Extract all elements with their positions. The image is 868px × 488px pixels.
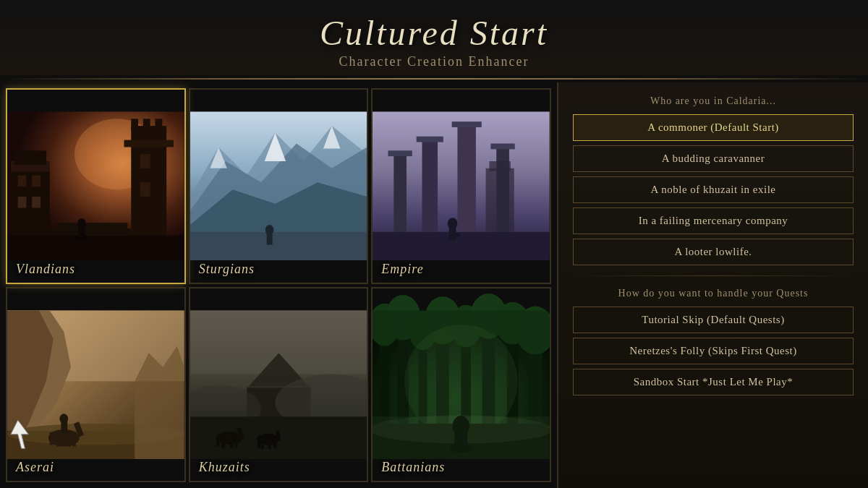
content-area: Vlandians <box>0 82 868 488</box>
who-label: Who are you in Caldaria... <box>573 95 854 107</box>
header-divider <box>0 78 868 80</box>
origin-mercenary-button[interactable]: In a failing mercenary company <box>573 207 854 234</box>
origin-caravanner-button[interactable]: A budding caravanner <box>573 145 854 172</box>
faction-card-vlandians[interactable]: Vlandians <box>6 88 186 284</box>
faction-label-empire: Empire <box>381 262 423 277</box>
faction-card-sturgians[interactable]: Sturgians <box>189 88 369 284</box>
origin-commoner-button[interactable]: A commoner (Default Start) <box>573 114 854 141</box>
svg-rect-49 <box>373 111 550 260</box>
section-divider <box>573 275 854 276</box>
faction-card-khuzaits[interactable]: Khuzaits <box>189 287 369 483</box>
quest-tutorial-skip-button[interactable]: Tutorial Skip (Default Quests) <box>573 307 854 333</box>
quest-neretzes-button[interactable]: Neretzes's Folly (Skips First Quest) <box>573 338 854 364</box>
svg-rect-22 <box>7 111 184 260</box>
faction-card-aserai[interactable]: Aserai <box>6 287 186 483</box>
faction-card-battanians[interactable]: Battanians <box>371 287 551 483</box>
faction-label-khuzaits: Khuzaits <box>199 460 250 475</box>
quest-label: How do you want to handle your Quests <box>573 288 854 299</box>
faction-card-empire[interactable]: Empire <box>371 88 551 284</box>
faction-label-battanians: Battanians <box>381 460 445 475</box>
page-subtitle: Character Creation Enhancer <box>0 54 868 69</box>
svg-rect-113 <box>373 310 550 459</box>
origin-looter-button[interactable]: A looter lowlife. <box>573 239 854 265</box>
page-title: Cultured Start <box>0 13 868 53</box>
svg-rect-33 <box>190 111 367 260</box>
svg-rect-88 <box>190 310 367 459</box>
right-panel: Who are you in Caldaria... A commoner (D… <box>557 82 868 488</box>
main-container: Cultured Start Character Creation Enhanc… <box>0 0 868 488</box>
header: Cultured Start Character Creation Enhanc… <box>0 0 868 75</box>
origin-khuzait-noble-button[interactable]: A noble of khuzait in exile <box>573 176 854 203</box>
svg-rect-65 <box>7 310 184 459</box>
quest-sandbox-button[interactable]: Sandbox Start *Just Let Me Play* <box>573 369 854 395</box>
faction-label-aserai: Aserai <box>16 460 54 475</box>
faction-label-sturgians: Sturgians <box>199 262 255 277</box>
faction-label-vlandians: Vlandians <box>16 262 75 277</box>
faction-panel: Vlandians <box>0 82 557 488</box>
